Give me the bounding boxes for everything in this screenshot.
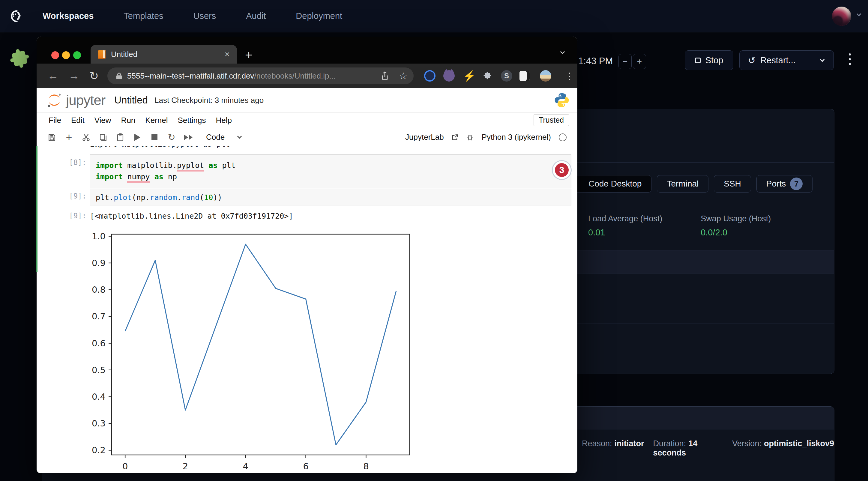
cell-type-dropdown[interactable]: Code [206,133,241,142]
stylus-extension-icon[interactable]: S [501,70,512,82]
new-tab-button[interactable]: + [245,48,252,62]
bookmark-star-icon[interactable]: ☆ [399,70,408,82]
build-version: Version:optimistic_liskov9 [732,439,834,458]
split-view-extension-icon[interactable] [519,70,530,82]
last-checkpoint: Last Checkpoint: 3 minutes ago [154,96,264,105]
build-reason: Reason:initiator [582,439,644,458]
line-chart: 024680.20.30.40.50.60.70.80.91.0 [72,221,463,473]
menu-help[interactable]: Help [216,116,231,125]
extensions-puzzle-icon[interactable] [482,70,493,82]
browser-tabstrip: Untitled × + [37,37,577,64]
code-desktop-button[interactable]: Code Desktop [569,175,651,193]
run-cell-icon[interactable] [133,133,142,142]
menu-kernel[interactable]: Kernel [145,116,168,125]
ports-label: Ports [766,179,786,189]
forward-icon[interactable]: → [68,70,80,82]
url-domain: 5555--main--test--matifali.atif.cdr.dev [127,71,254,81]
notebook-area[interactable]: import matplotlib.pyplot as plt [8]: imp… [37,146,577,473]
top-navbar: Workspaces Templates Users Audit Deploym… [0,0,868,32]
save-icon[interactable] [48,133,56,142]
copy-cells-icon[interactable] [99,133,108,142]
debugger-bug-icon[interactable] [466,133,474,141]
tab-search-chevron-icon[interactable] [560,50,565,54]
window-close-button[interactable] [51,51,59,59]
build-info-row: Reason:initiator Duration:14 seconds Ver… [582,439,834,458]
code-desktop-label: Code Desktop [588,179,642,189]
menu-run[interactable]: Run [121,116,135,125]
window-maximize-button[interactable] [73,51,81,59]
share-icon[interactable] [381,71,389,81]
screen: 1:43 PM − + Stop ↺ Restart... Code Deskt… [0,0,868,481]
terminal-button[interactable]: Terminal [657,175,708,193]
swap-usage-label: Swap Usage (Host) [701,214,771,223]
restart-dropdown-button[interactable] [811,51,834,70]
jupyterlab-link[interactable]: JupyterLab [405,133,444,142]
menu-view[interactable]: View [94,116,111,125]
nav-items: Workspaces Templates Users Audit Deploym… [42,11,342,21]
browser-menu-kebab-icon[interactable]: ⋮ [565,71,574,81]
nav-item-users[interactable]: Users [193,11,216,21]
load-average-label: Load Average (Host) [588,214,662,223]
swap-usage-value: 0.0/2.0 [701,228,771,237]
user-avatar[interactable] [832,7,851,26]
add-cell-icon[interactable]: + [64,133,73,142]
tab-close-icon[interactable]: × [224,49,230,59]
menu-edit[interactable]: Edit [71,116,85,125]
zoom-out-button[interactable]: − [618,54,632,69]
lock-icon [116,72,122,80]
url-input[interactable]: 5555--main--test--matifali.atif.cdr.dev … [107,67,413,84]
svg-text:2: 2 [183,461,188,472]
nav-item-templates[interactable]: Templates [124,11,163,21]
interrupt-kernel-icon[interactable] [150,133,159,142]
chevron-down-icon [237,134,242,139]
cell-input-prompt: [8]: [58,158,86,167]
restart-kernel-icon[interactable]: ↻ [167,133,176,142]
stop-icon [695,58,701,63]
workspace-clock: 1:43 PM [578,56,613,67]
browser-tab[interactable]: Untitled × [91,45,237,64]
workspace-more-menu-button[interactable] [847,53,852,65]
back-icon[interactable]: ← [48,70,59,82]
restart-run-all-icon[interactable] [184,133,193,142]
svg-text:8: 8 [363,461,369,472]
cell-output-text: [<matplotlib.lines.Line2D at 0x7fd03f191… [90,212,293,220]
code-cell-9[interactable]: plt.plot(np.random.rand(10)) [90,189,571,205]
restart-label: Restart... [760,56,796,65]
nav-item-audit[interactable]: Audit [246,11,266,21]
password-manager-extension-icon[interactable] [424,70,435,82]
svg-text:4: 4 [243,461,248,472]
notification-count-badge[interactable]: 3 [552,160,572,180]
load-average-stat: Load Average (Host) 0.01 [588,214,662,237]
jupyter-brand: jupyter [66,92,105,108]
chevron-down-icon [820,57,825,62]
external-link-icon [452,134,458,141]
ssh-button[interactable]: SSH [714,175,751,193]
browser-profile-avatar[interactable] [540,70,551,82]
kernel-name[interactable]: Python 3 (ipykernel) [482,133,551,142]
nav-item-deployment[interactable]: Deployment [296,11,342,21]
cat-extension-icon[interactable] [443,70,455,82]
reload-icon[interactable]: ↻ [89,70,99,83]
svg-text:0.5: 0.5 [92,365,105,375]
svg-text:0.7: 0.7 [92,311,105,321]
notebook-title[interactable]: Untitled [114,94,148,106]
bolt-extension-icon[interactable]: ⚡ [464,70,475,82]
ports-button[interactable]: Ports 7 [756,175,812,193]
restart-button[interactable]: ↺ Restart... [739,51,834,70]
cut-cells-icon[interactable] [82,133,91,142]
trusted-button[interactable]: Trusted [534,114,569,126]
window-minimize-button[interactable] [62,51,70,59]
menu-settings[interactable]: Settings [178,116,206,125]
stop-button[interactable]: Stop [685,51,733,70]
code-cell-8[interactable]: import matplotlib.pyplot as plt import n… [90,154,571,188]
svg-text:0.3: 0.3 [92,418,105,428]
svg-text:6: 6 [303,461,308,472]
jupyter-logo-icon [45,92,63,109]
user-menu-chevron-icon[interactable] [857,12,861,17]
zoom-in-button[interactable]: + [633,54,646,69]
cell-type-value: Code [206,133,225,142]
coder-logo-icon[interactable] [8,8,23,24]
menu-file[interactable]: File [49,116,61,125]
nav-item-workspaces[interactable]: Workspaces [42,11,94,21]
paste-cells-icon[interactable] [116,133,125,142]
